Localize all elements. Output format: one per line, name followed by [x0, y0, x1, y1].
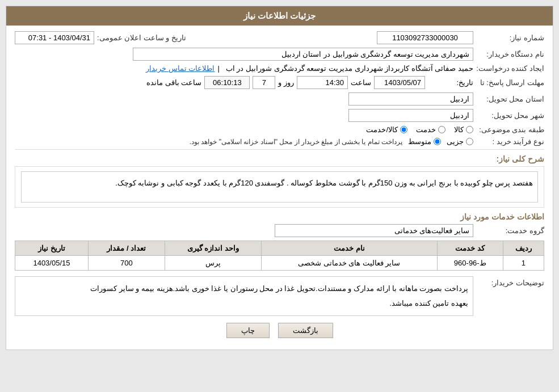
- buyer-notes-label: توضیحات خریدار:: [476, 279, 544, 287]
- buyer-notes-text: پرداخت بصورت ماهانه با ارائه مدارک و مست…: [15, 276, 473, 316]
- delivery-province-label: استان محل تحویل:: [476, 95, 544, 103]
- service-group-input[interactable]: [275, 224, 473, 237]
- deadline-date-input[interactable]: [374, 76, 425, 89]
- purchase-type-motavasset[interactable]: متوسط: [408, 137, 441, 146]
- subject-type-khedmat[interactable]: خدمت: [416, 125, 445, 134]
- purchase-type-jozi[interactable]: جزیی: [447, 137, 473, 146]
- row-num: 1: [503, 256, 544, 271]
- subject-type-label: طبقه بندی موضوعی:: [476, 125, 544, 134]
- purchase-type-note: پرداخت تمام یا بخشی از مبلغ خریدار از مح…: [190, 138, 402, 146]
- print-button[interactable]: چاپ: [226, 323, 270, 338]
- col-quantity: تعداد / مقدار: [88, 241, 165, 256]
- creator-contact-link[interactable]: اطلاعات تماس خریدار: [146, 64, 215, 73]
- bottom-buttons: بازگشت چاپ: [15, 323, 544, 338]
- remaining-time-input: [204, 76, 250, 89]
- time-label: ساعت: [351, 78, 371, 87]
- need-description-box: هفتصد پرس چلو کوبیده با برنج ایرانی به و…: [15, 166, 544, 208]
- remaining-label: ساعت باقی مانده: [146, 78, 201, 87]
- table-row: 1 ط-96-960 سایر فعالیت های خدماتی شخصی پ…: [15, 256, 544, 271]
- send-deadline-label: مهلت ارسال پاسخ: تا: [476, 78, 544, 87]
- col-service-code: کد خدمت: [437, 241, 503, 256]
- buyer-org-input[interactable]: [133, 48, 473, 61]
- services-table: ردیف کد خدمت نام خدمت واحد اندازه گیری ت…: [15, 241, 544, 271]
- col-row-num: ردیف: [503, 241, 544, 256]
- panel-title: جزئیات اطلاعات نیاز: [6, 6, 553, 26]
- creator-value: حمید صفائی آتشگاه کاربرداز شهرداری مدیری…: [226, 64, 473, 73]
- col-unit: واحد اندازه گیری: [165, 241, 261, 256]
- delivery-province-input[interactable]: [348, 92, 473, 106]
- days-label: روز و: [278, 78, 294, 87]
- announcement-date-label: تاریخ و ساعت اعلان عمومی:: [97, 33, 186, 42]
- unit: پرس: [165, 256, 261, 271]
- deadline-time-input[interactable]: [297, 76, 348, 89]
- service-name: سایر فعالیت های خدماتی شخصی: [261, 256, 437, 271]
- services-title: اطلاعات خدمات مورد نیاز: [15, 212, 544, 221]
- creator-label: ایجاد کننده درخواست:: [476, 64, 544, 73]
- delivery-city-input[interactable]: [348, 109, 473, 122]
- purchase-type-label: نوع فرآیند خرید :: [476, 137, 544, 146]
- col-service-name: نام خدمت: [261, 241, 437, 256]
- announcement-date-input[interactable]: [15, 31, 94, 44]
- subject-type-group: کالا خدمت کالا/خدمت: [366, 125, 473, 134]
- purchase-type-group: جزیی متوسط پرداخت تمام یا بخشی از مبلغ خ…: [190, 137, 473, 146]
- delivery-city-label: شهر محل تحویل:: [476, 111, 544, 120]
- need-number-label: شماره نیاز:: [476, 33, 544, 42]
- service-code: ط-96-960: [437, 256, 503, 271]
- date-label: تاریخ:: [428, 78, 473, 87]
- buyer-org-label: نام دستگاه خریدار:: [476, 50, 544, 58]
- quantity: 700: [88, 256, 165, 271]
- need-number-input[interactable]: [377, 31, 473, 44]
- need-description-title: شرح کلی نیاز:: [15, 154, 544, 163]
- back-button[interactable]: بازگشت: [278, 323, 333, 338]
- col-date: تاریخ نیاز: [15, 241, 89, 256]
- need-date: 1403/05/15: [15, 256, 89, 271]
- days-input[interactable]: [253, 76, 275, 89]
- subject-type-kala-khedmat[interactable]: کالا/خدمت: [366, 125, 407, 134]
- need-description-text: هفتصد پرس چلو کوبیده با برنج ایرانی به و…: [21, 171, 538, 203]
- subject-type-kala[interactable]: کالا: [454, 125, 473, 134]
- service-group-label: گروه خدمت:: [476, 226, 544, 235]
